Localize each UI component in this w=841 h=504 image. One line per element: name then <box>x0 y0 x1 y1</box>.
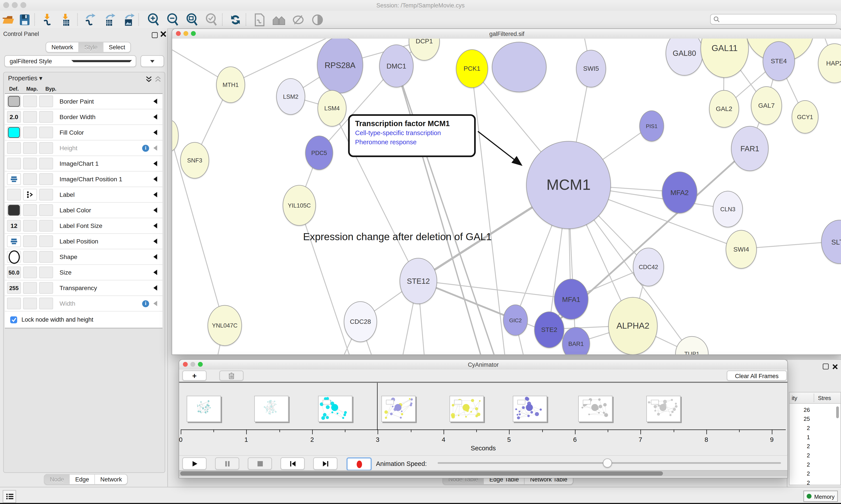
table-cell[interactable]: 2 <box>791 452 810 458</box>
import-network-icon[interactable] <box>40 12 55 27</box>
import-table-icon[interactable] <box>58 12 74 27</box>
annotation-link2[interactable]: Pheromone response <box>355 138 469 146</box>
style-selector[interactable]: galFiltered Style <box>4 55 136 67</box>
frame-thumbnail[interactable] <box>254 396 289 422</box>
network-canvas[interactable]: RPS28A DCP1 DMC1 PCK1 MTH1 LSM2 LSM4 SNF… <box>172 38 841 354</box>
node-cdc42[interactable]: CDC42 <box>633 248 664 286</box>
node-mfa2[interactable]: MFA2 <box>662 172 697 214</box>
property-row-label[interactable]: Label <box>5 187 162 203</box>
export-image-icon[interactable] <box>121 12 136 27</box>
horizontal-scrollbar[interactable] <box>179 470 787 476</box>
node-dmc1[interactable]: DMC1 <box>379 44 413 87</box>
lock-size-checkbox[interactable] <box>10 316 17 323</box>
node-mfa1[interactable]: MFA1 <box>554 279 589 320</box>
float-window-icon[interactable] <box>152 31 158 40</box>
zoom-fit-icon[interactable] <box>184 12 199 27</box>
collapse-all-icon[interactable] <box>155 75 161 85</box>
task-history-button[interactable] <box>3 490 16 503</box>
node-mcm1[interactable]: MCM1 <box>526 141 611 229</box>
expand-arrow-icon[interactable] <box>153 285 157 290</box>
minimize-traffic-light[interactable] <box>12 2 18 8</box>
expand-all-icon[interactable] <box>145 75 153 85</box>
play-button[interactable] <box>182 457 207 470</box>
delete-frame-button[interactable] <box>219 371 244 381</box>
node-cdc28[interactable]: CDC28 <box>344 301 377 342</box>
annotation-box[interactable]: Transcription factor MCM1 Cell-type-spec… <box>348 114 476 157</box>
table-cell[interactable]: 2 <box>791 479 810 486</box>
network-window-titlebar[interactable]: galFiltered.sif <box>172 29 841 39</box>
property-row-width[interactable]: Width i <box>5 296 162 311</box>
save-icon[interactable] <box>17 12 32 27</box>
cyanimator-titlebar[interactable]: CyAnimator <box>179 360 787 370</box>
table-cell[interactable]: 2 <box>791 425 810 431</box>
frame-thumbnail[interactable] <box>381 396 416 422</box>
border-paint-swatch[interactable] <box>8 96 20 107</box>
info-icon[interactable]: i <box>142 300 149 307</box>
node-ste4[interactable]: STE4 <box>763 41 795 81</box>
node-gic2[interactable]: GIC2 <box>503 305 528 336</box>
record-button[interactable] <box>346 457 372 471</box>
slider-thumb[interactable] <box>603 458 612 468</box>
export-table-icon[interactable] <box>102 12 117 27</box>
style-options-button[interactable] <box>141 55 164 67</box>
canvas-text-annotation[interactable]: Expression change after deletion of GAL1 <box>303 231 492 243</box>
group-houses-icon[interactable] <box>271 12 286 27</box>
property-row-image-chart-position[interactable]: Image/Chart Position 1 <box>5 172 162 187</box>
tab-network[interactable]: Network <box>46 42 79 52</box>
frame-thumbnail[interactable] <box>646 396 681 422</box>
table-cell[interactable]: 2 <box>791 443 810 449</box>
table-scrollbar[interactable] <box>836 406 839 418</box>
node-pis1[interactable]: PIS1 <box>639 110 664 141</box>
node-alpha2[interactable]: ALPHA2 <box>608 297 658 355</box>
zoom-traffic-light[interactable] <box>20 2 26 8</box>
close-traffic-light[interactable] <box>176 31 181 36</box>
table-cell[interactable]: 25 <box>791 416 810 422</box>
expand-arrow-icon[interactable] <box>153 161 157 166</box>
node-rps28b[interactable] <box>492 42 547 92</box>
skip-to-end-button[interactable] <box>313 457 337 470</box>
frame-thumbnail[interactable] <box>186 396 221 422</box>
node-gcy1[interactable]: GCY1 <box>792 100 819 133</box>
tab-select[interactable]: Select <box>103 42 130 52</box>
expand-arrow-icon[interactable] <box>153 114 157 120</box>
node-mth1[interactable]: MTH1 <box>216 67 245 103</box>
zoom-traffic-light[interactable] <box>198 362 203 367</box>
node-ste12[interactable]: STE12 <box>399 258 437 304</box>
minimize-traffic-light[interactable] <box>183 31 189 36</box>
node-swi5[interactable]: SWI5 <box>576 50 606 87</box>
properties-header[interactable]: Properties ▾ <box>8 74 42 82</box>
playhead[interactable] <box>377 383 378 430</box>
node-lsm2[interactable]: LSM2 <box>276 78 305 115</box>
node-gal2[interactable]: GAL2 <box>709 90 739 127</box>
file-network-icon[interactable] <box>252 12 267 27</box>
clear-all-frames-button[interactable]: Clear All Frames <box>727 371 787 381</box>
table-cell[interactable]: 2 <box>791 470 810 476</box>
table-header[interactable]: ity Stres <box>789 393 841 404</box>
node-far1[interactable]: FAR1 <box>731 126 769 171</box>
expand-arrow-icon[interactable] <box>153 177 157 182</box>
tab-network-bottom[interactable]: Network <box>95 474 127 484</box>
node-snf3[interactable]: SNF3 <box>180 142 209 179</box>
open-folder-icon[interactable] <box>1 12 16 27</box>
add-frame-button[interactable]: + <box>182 371 207 381</box>
property-row-border-width[interactable]: 2.0 Border Width <box>5 109 162 125</box>
skip-to-start-button[interactable] <box>281 457 305 470</box>
node-pck1[interactable]: PCK1 <box>456 49 488 88</box>
zoom-out-icon[interactable] <box>165 12 180 27</box>
minimize-traffic-light[interactable] <box>190 362 195 367</box>
label-color-swatch[interactable] <box>8 205 20 216</box>
expand-arrow-icon[interactable] <box>153 239 157 244</box>
stop-button[interactable] <box>248 457 272 470</box>
property-row-border-paint[interactable]: Border Paint <box>5 94 162 109</box>
scrollbar-thumb[interactable] <box>180 471 663 476</box>
frame-thumbnail[interactable] <box>513 396 547 422</box>
export-network-icon[interactable] <box>82 12 97 27</box>
expand-arrow-icon[interactable] <box>153 270 157 275</box>
node-ste2[interactable]: STE2 <box>534 311 564 348</box>
info-icon[interactable]: i <box>142 144 149 151</box>
expand-arrow-icon[interactable] <box>153 99 157 104</box>
pause-button[interactable] <box>215 457 239 470</box>
node-pdc5[interactable]: PDC5 <box>305 136 333 170</box>
close-icon[interactable] <box>833 362 838 372</box>
search-input[interactable] <box>710 14 837 25</box>
